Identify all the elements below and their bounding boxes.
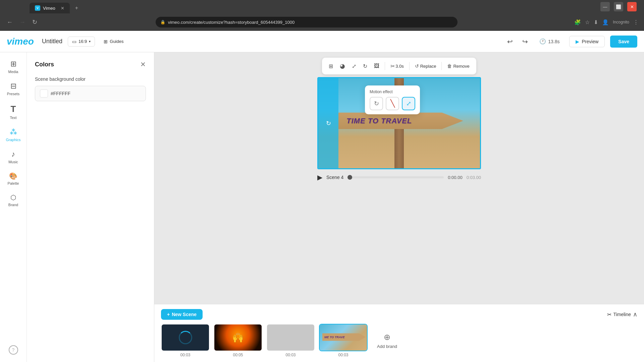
play-icon: ▶ <box>576 39 579 44</box>
help-icon: ? <box>9 345 18 355</box>
text-icon: T <box>11 104 16 114</box>
heart-hands-icon: 🙌 <box>232 332 244 343</box>
add-brand-card[interactable]: ⊕ Add brand <box>372 326 402 356</box>
scene-time-3: 00:03 <box>266 353 315 357</box>
time-current: 0:00.00 <box>448 175 462 180</box>
close-panel-button[interactable]: ✕ <box>140 60 146 68</box>
back-button[interactable]: ← <box>5 17 14 27</box>
sidebar-item-music[interactable]: ♪ Music <box>2 146 25 167</box>
incognito-label: Incognito <box>613 20 629 24</box>
progress-bar[interactable] <box>347 176 444 178</box>
aspect-ratio-icon: ▭ <box>72 39 76 44</box>
new-scene-button[interactable]: + New Scene <box>161 309 203 320</box>
scene-time-2: 00:05 <box>214 353 262 357</box>
color-input-row[interactable]: #FFFFFF <box>35 86 146 101</box>
left-sidebar: ⊞ Media ⊟ Presets T Text ⁂ Graphics ♪ Mu… <box>0 52 27 362</box>
sidebar-label-media: Media <box>8 70 18 74</box>
loading-spinner <box>179 331 192 344</box>
remove-icon: 🗑 <box>447 63 452 69</box>
progress-thumb[interactable] <box>347 175 352 180</box>
close-button[interactable]: ✕ <box>627 2 637 11</box>
media-icon: ⊞ <box>10 60 16 68</box>
favorites-icon: ☆ <box>585 19 590 25</box>
motion-option-rotate[interactable]: ↻ <box>370 97 383 110</box>
replace-icon: ↺ <box>415 63 419 69</box>
scene-thumb-3[interactable] <box>266 324 315 351</box>
scene-card-2[interactable]: 🙌 00:05 <box>214 324 262 357</box>
toolbar-separator <box>385 62 385 70</box>
preview-button[interactable]: ▶ Preview <box>569 36 605 47</box>
scissors-icon: ✂ <box>390 63 395 69</box>
maximize-button[interactable]: ⬜ <box>614 2 623 11</box>
sidebar-item-graphics[interactable]: ⁂ Graphics <box>2 124 25 145</box>
guides-button[interactable]: ⊞ Guides <box>100 37 127 46</box>
remove-label: Remove <box>453 64 469 69</box>
duration-label: 3.0s <box>395 64 404 69</box>
forward-button[interactable]: → <box>18 17 27 27</box>
image-button[interactable]: 🖼 <box>371 61 382 71</box>
guides-icon: ⊞ <box>104 39 108 44</box>
timeline-collapse-button[interactable]: ∧ <box>633 311 637 318</box>
scene-time-4: 00:03 <box>319 353 368 357</box>
sidebar-item-media[interactable]: ⊞ Media <box>2 56 25 77</box>
scene-card-1[interactable]: 00:03 <box>161 324 210 357</box>
motion-option-none[interactable]: ╲ <box>386 97 399 110</box>
scene-thumb-2[interactable]: 🙌 <box>214 324 262 351</box>
brand-icon: ⬡ <box>10 193 16 201</box>
toolbar-separator-2 <box>409 62 410 70</box>
motion-popup-options: ↻ ╲ ⤢ <box>370 97 415 110</box>
tab-favicon: V <box>35 5 40 11</box>
active-tab[interactable]: V Vimeo ✕ <box>30 3 70 13</box>
sidebar-item-brand[interactable]: ⬡ Brand <box>2 190 25 210</box>
sidebar-item-palette[interactable]: 🎨 Palette <box>2 169 25 189</box>
remove-button[interactable]: 🗑 Remove <box>444 61 472 71</box>
url-bar[interactable]: 🔒 vimeo.com/create/customize?hash=storyb… <box>156 17 458 27</box>
play-icon: ▶ <box>317 174 322 181</box>
sidebar-item-text[interactable]: T Text <box>2 101 25 123</box>
tab-close-icon[interactable]: ✕ <box>61 6 64 11</box>
aspect-ratio-button[interactable]: ▭ 16:9 ▾ <box>68 37 95 47</box>
motion-button[interactable]: ↻ <box>360 61 370 71</box>
add-brand-label: Add brand <box>377 344 397 349</box>
play-button[interactable]: ▶ <box>317 173 322 181</box>
download-icon: ⬇ <box>594 19 598 25</box>
graphics-icon: ⁂ <box>10 128 17 136</box>
motion-option-expand[interactable]: ⤢ <box>402 97 415 110</box>
header-title: Untitled <box>42 38 62 45</box>
color-swatch <box>40 89 48 98</box>
timeline-label-group: ✂ Timeline ∧ <box>607 311 637 318</box>
scene-thumb-1[interactable] <box>161 324 210 351</box>
sidebar-label-graphics: Graphics <box>6 138 20 142</box>
replace-button[interactable]: ↺ Replace <box>412 61 439 71</box>
palette-icon: 🎨 <box>9 172 17 180</box>
browser-tabs: V Vimeo ✕ + <box>30 0 84 13</box>
colors-panel-title: Colors <box>35 61 54 68</box>
replace-label: Replace <box>420 64 436 69</box>
undo-button[interactable]: ↩ <box>505 36 515 48</box>
aspect-ratio-label: 16:9 <box>78 39 87 44</box>
profile-icon: 👤 <box>602 19 609 25</box>
canvas-area: ⊞ ◕ ⤢ ↻ 🖼 ✂ 3.0s ↺ Replace <box>154 52 644 362</box>
save-button[interactable]: Save <box>610 36 637 48</box>
fullscreen-button[interactable]: ⤢ <box>349 61 359 71</box>
scene-card-3[interactable]: 00:03 <box>266 324 315 357</box>
cut-button[interactable]: ✂ 3.0s <box>388 61 407 71</box>
redo-button[interactable]: ↪ <box>520 36 530 48</box>
menu-icon[interactable]: ⋮ <box>633 19 639 25</box>
layout-button[interactable]: ⊞ <box>326 61 336 71</box>
color-picker-button[interactable]: ◕ <box>337 60 348 72</box>
new-tab-button[interactable]: + <box>70 3 84 13</box>
scene-4-bg: ME TO TRAVE <box>320 324 367 351</box>
chevron-down-icon: ▾ <box>89 40 91 43</box>
refresh-button[interactable]: ↻ <box>31 17 39 27</box>
presets-icon: ⊟ <box>10 82 16 90</box>
motion-icon: ↻ <box>363 63 367 69</box>
scene-time-1: 00:03 <box>161 353 210 357</box>
scene-card-4[interactable]: ME TO TRAVE 00:03 <box>319 324 368 357</box>
color-hex-value: #FFFFFF <box>51 91 141 96</box>
sidebar-item-presets[interactable]: ⊟ Presets <box>2 78 25 99</box>
motion-popup-title: Motion effect <box>370 89 415 94</box>
scene-thumb-4[interactable]: ME TO TRAVE <box>319 324 368 351</box>
sidebar-item-help[interactable]: ? <box>2 342 25 358</box>
minimize-button[interactable]: — <box>600 2 610 11</box>
